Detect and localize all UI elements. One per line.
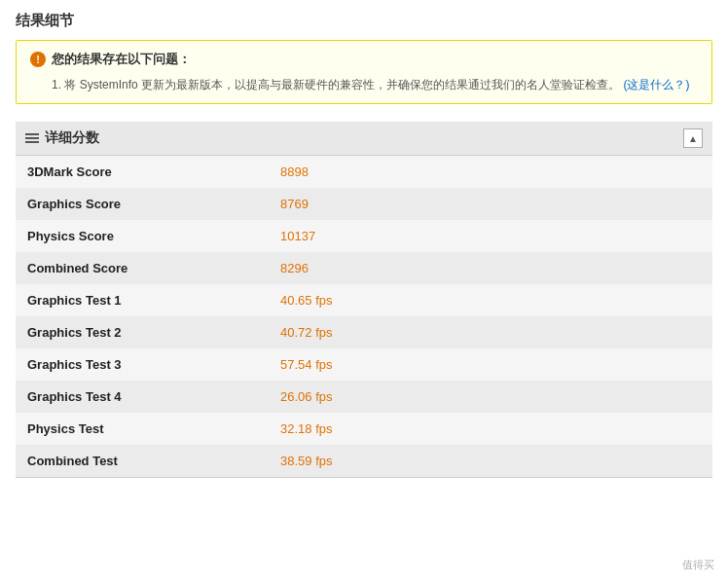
table-row: Graphics Score8769: [16, 188, 712, 220]
score-value: 10137: [269, 220, 712, 252]
score-label: 3DMark Score: [16, 156, 269, 188]
score-label: Graphics Score: [16, 188, 269, 220]
warning-box: ! 您的结果存在以下问题： 1. 将 SystemInfo 更新为最新版本，以提…: [16, 40, 712, 104]
collapse-button[interactable]: ▲: [683, 128, 703, 148]
details-header-left: 详细分数: [25, 129, 99, 147]
score-label: Physics Test: [16, 413, 269, 445]
scores-table: 3DMark Score8898Graphics Score8769Physic…: [16, 156, 712, 477]
score-label: Combined Score: [16, 252, 269, 284]
bottom-border: [16, 477, 712, 478]
score-value: 40.72 fps: [269, 316, 712, 348]
score-value: 57.54 fps: [269, 348, 712, 381]
table-row: Graphics Test 140.65 fps: [16, 284, 712, 316]
score-value: 8898: [269, 156, 712, 188]
score-value: 8769: [269, 188, 712, 220]
hamburger-icon: [25, 133, 39, 143]
section-title: 结果细节: [16, 12, 712, 30]
warning-header: ! 您的结果存在以下问题：: [30, 51, 698, 68]
score-value: 26.06 fps: [269, 381, 712, 413]
details-header: 详细分数 ▲: [16, 122, 712, 156]
details-title: 详细分数: [45, 129, 99, 147]
table-row: Graphics Test 357.54 fps: [16, 348, 712, 381]
warning-title: 您的结果存在以下问题：: [52, 51, 191, 68]
table-row: Graphics Test 240.72 fps: [16, 316, 712, 348]
score-label: Combined Test: [16, 445, 269, 477]
score-label: Graphics Test 2: [16, 316, 269, 348]
warning-body: 1. 将 SystemInfo 更新为最新版本，以提高与最新硬件的兼容性，并确保…: [30, 76, 698, 93]
score-label: Graphics Test 4: [16, 381, 269, 413]
score-value: 32.18 fps: [269, 413, 712, 445]
table-row: Combined Score8296: [16, 252, 712, 284]
warning-link[interactable]: (这是什么？): [623, 78, 689, 91]
table-row: 3DMark Score8898: [16, 156, 712, 188]
watermark: 值得买: [678, 556, 718, 574]
score-label: Graphics Test 3: [16, 348, 269, 381]
score-label: Graphics Test 1: [16, 284, 269, 316]
page-wrapper: 结果细节 ! 您的结果存在以下问题： 1. 将 SystemInfo 更新为最新…: [0, 0, 728, 490]
score-value: 40.65 fps: [269, 284, 712, 316]
warning-body-text: 1. 将 SystemInfo 更新为最新版本，以提高与最新硬件的兼容性，并确保…: [52, 78, 620, 91]
table-row: Combined Test38.59 fps: [16, 445, 712, 477]
score-value: 38.59 fps: [269, 445, 712, 477]
table-row: Physics Score10137: [16, 220, 712, 252]
score-label: Physics Score: [16, 220, 269, 252]
warning-icon: !: [30, 52, 46, 67]
score-value: 8296: [269, 252, 712, 284]
table-row: Physics Test32.18 fps: [16, 413, 712, 445]
table-row: Graphics Test 426.06 fps: [16, 381, 712, 413]
